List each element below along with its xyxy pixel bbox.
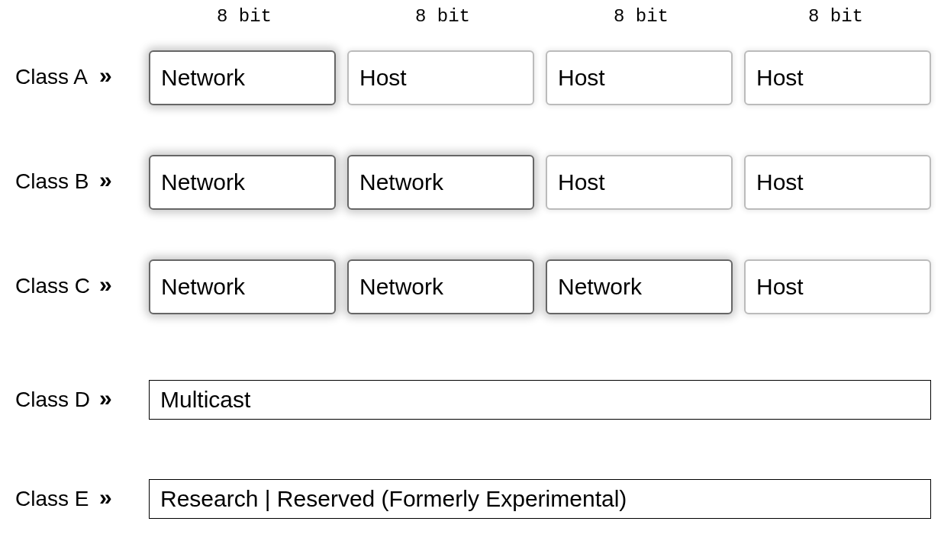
- octet-b-1: Network: [347, 155, 534, 210]
- ip-class-diagram: 8 bit 8 bit 8 bit 8 bit Class A » Networ…: [0, 0, 941, 560]
- col-header-3: 8 bit: [740, 6, 931, 27]
- chevron-icon: »: [99, 272, 112, 298]
- octet-c-0: Network: [149, 259, 336, 314]
- col-header-1: 8 bit: [347, 6, 538, 27]
- octet-c-3: Host: [744, 259, 931, 314]
- octet-c-2: Network: [546, 259, 733, 314]
- octet-a-2: Host: [546, 50, 733, 105]
- row-label-class-b: Class B: [15, 169, 99, 194]
- octet-c-1: Network: [347, 259, 534, 314]
- col-header-0: 8 bit: [149, 6, 340, 27]
- octet-a-3: Host: [744, 50, 931, 105]
- chevron-icon: »: [99, 385, 112, 411]
- octet-a-0: Network: [149, 50, 336, 105]
- octet-a-1: Host: [347, 50, 534, 105]
- chevron-icon: »: [99, 63, 112, 89]
- octet-b-0: Network: [149, 155, 336, 210]
- col-header-2: 8 bit: [546, 6, 736, 27]
- chevron-icon: »: [99, 484, 112, 510]
- row-label-class-d: Class D: [15, 388, 99, 412]
- class-e-box: Research | Reserved (Formerly Experiment…: [149, 479, 931, 519]
- class-d-box: Multicast: [149, 380, 931, 420]
- octet-b-3: Host: [744, 155, 931, 210]
- row-label-class-e: Class E: [15, 487, 99, 511]
- chevron-icon: »: [99, 167, 112, 193]
- row-label-class-c: Class C: [15, 274, 99, 298]
- octet-b-2: Host: [546, 155, 733, 210]
- row-label-class-a: Class A: [15, 65, 99, 89]
